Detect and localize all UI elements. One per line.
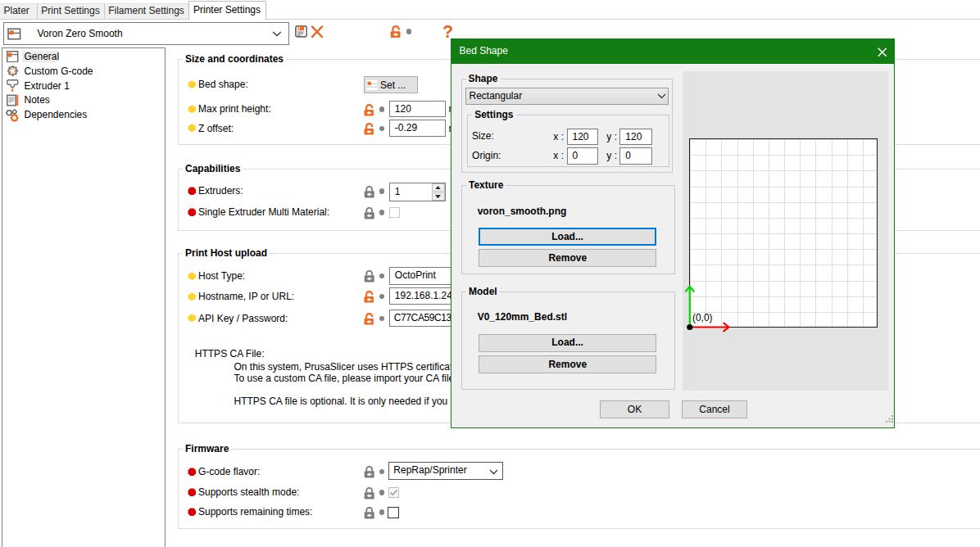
svg-text:(0,0): (0,0) — [692, 312, 712, 323]
